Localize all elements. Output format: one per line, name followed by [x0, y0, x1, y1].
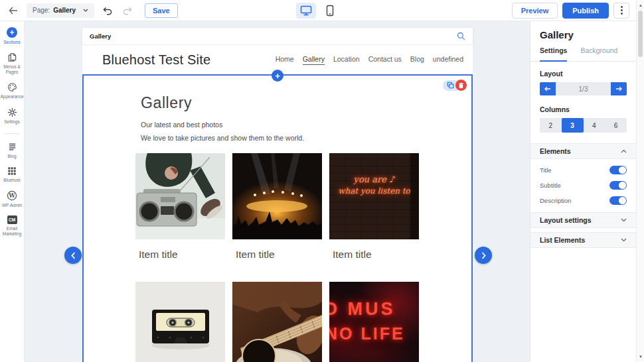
previous-section-button[interactable] [64, 247, 82, 264]
gallery-item[interactable]: you are ♪ what you listen to Item title [329, 153, 419, 282]
desktop-icon [300, 5, 312, 16]
page-selector-dropdown[interactable]: Page: Gallery [27, 3, 94, 18]
editor-canvas: Gallery Bluehost Test Site Home Gallery … [25, 21, 530, 362]
publish-button[interactable]: Publish [562, 3, 609, 19]
sidebar-item-sections[interactable]: + Sections [0, 27, 25, 45]
neon-text-line1: you are ♪ [329, 174, 419, 184]
columns-option-4[interactable]: 4 [584, 118, 605, 133]
title-toggle[interactable] [609, 166, 627, 174]
scroll-down-arrow[interactable]: ▼ [637, 353, 644, 361]
delete-section-button[interactable] [455, 80, 467, 91]
chevron-down-icon [83, 9, 88, 12]
panel-title: Gallery [530, 21, 636, 40]
grid-icon [7, 166, 17, 176]
neon-text-line2: what you listen to [329, 186, 419, 196]
gallery-item[interactable]: Item title [232, 153, 322, 282]
add-section-button[interactable]: + [272, 70, 283, 82]
sidebar-item-appearance[interactable]: Appearance [0, 82, 25, 99]
layout-settings-section-header[interactable]: Layout settings [530, 212, 636, 228]
mobile-view-button[interactable] [320, 3, 340, 19]
text-lines-icon [7, 142, 17, 152]
wordpress-icon: W [7, 190, 17, 201]
website-builder-app: Page: Gallery Save Preview Publish [0, 0, 644, 362]
photo-concert-crowd [232, 153, 322, 239]
sidebar-item-email-marketing[interactable]: CM Email Marketing [0, 215, 25, 237]
pages-icon [7, 52, 17, 62]
tab-background[interactable]: Background [580, 46, 617, 61]
gear-icon [7, 107, 17, 117]
photo-cassette-tape [135, 282, 225, 362]
toggle-row-description: Description [540, 193, 627, 208]
sidebar-item-blog[interactable]: Blog [0, 142, 25, 159]
photo-neon-sign: you are ♪ what you listen to [329, 153, 419, 239]
arrow-left-icon [544, 86, 551, 91]
chevron-left-icon [71, 252, 76, 259]
preview-page-bar: Gallery [82, 28, 473, 45]
sidebar-item-label: Email Marketing [0, 226, 25, 237]
sidebar-item-label: Bluehost [3, 178, 20, 183]
layout-next-button[interactable] [611, 82, 627, 95]
columns-option-6[interactable]: 6 [605, 118, 627, 133]
layout-value: 1/3 [556, 82, 611, 95]
next-section-button[interactable] [475, 247, 492, 264]
layout-previous-button[interactable] [540, 82, 556, 95]
tab-settings[interactable]: Settings [540, 46, 567, 62]
gallery-item-title[interactable]: Item title [329, 239, 419, 282]
sidebar-item-settings[interactable]: Settings [0, 107, 25, 125]
layout-label: Layout [540, 70, 627, 78]
description-toggle[interactable] [609, 196, 627, 205]
site-title[interactable]: Bluehost Test Site [102, 52, 276, 68]
sidebar-item-label: WP Admin [2, 203, 22, 208]
scroll-up-arrow[interactable]: ▲ [637, 1, 644, 9]
gallery-item[interactable]: O MUS NO LIFE [329, 282, 419, 362]
photo-neon-no-music-no-life: O MUS NO LIFE [329, 282, 419, 362]
gallery-item[interactable] [135, 282, 225, 362]
columns-selector: 2 3 4 6 [540, 118, 627, 133]
subtitle-toggle[interactable] [609, 181, 627, 190]
more-options-button[interactable] [613, 3, 629, 19]
columns-option-2[interactable]: 2 [540, 118, 562, 133]
back-button[interactable] [7, 4, 20, 17]
columns-option-3[interactable]: 3 [562, 118, 584, 133]
mobile-icon [326, 5, 334, 17]
selected-gallery-section[interactable]: + Gallery Our latest and best photos We … [82, 74, 473, 362]
preview-button[interactable]: Preview [512, 3, 558, 19]
sidebar-item-label: Sections [4, 40, 21, 45]
sidebar-divider [5, 133, 20, 134]
scrollbar-thumb[interactable] [638, 11, 643, 57]
chevron-right-icon [481, 252, 486, 259]
nav-item-undefined[interactable]: undefined [433, 55, 463, 65]
nav-item-location[interactable]: Location [333, 55, 360, 65]
save-button[interactable]: Save [145, 3, 178, 18]
sidebar-item-bluehost[interactable]: Bluehost [0, 166, 25, 183]
chevron-down-icon [621, 238, 627, 242]
gallery-section-content: Gallery Our latest and best photos We lo… [135, 94, 422, 362]
gallery-heading[interactable]: Gallery [141, 94, 422, 112]
gallery-item[interactable]: Item title [135, 153, 225, 282]
sidebar-item-menus-pages[interactable]: Menus & Pages [0, 52, 25, 75]
desktop-view-button[interactable] [296, 3, 316, 19]
gallery-description[interactable]: We love to take pictures and show them t… [141, 134, 422, 142]
list-elements-section-header[interactable]: List Elements [530, 232, 636, 248]
arrow-right-icon [615, 86, 622, 91]
nav-item-blog[interactable]: Blog [410, 55, 424, 65]
page-scrollbar[interactable]: ▲ ▼ [636, 0, 644, 362]
gallery-item[interactable] [232, 282, 322, 362]
elements-section-header[interactable]: Elements [530, 143, 636, 159]
neon-text-line1: O MUS [329, 299, 396, 320]
gallery-item-title[interactable]: Item title [135, 239, 225, 282]
gallery-grid: Item title [135, 153, 422, 362]
nav-item-gallery[interactable]: Gallery [303, 55, 325, 65]
nav-item-home[interactable]: Home [276, 55, 294, 65]
sidebar-item-wp-admin[interactable]: W WP Admin [0, 190, 25, 208]
search-icon[interactable] [457, 32, 465, 40]
nav-item-contact-us[interactable]: Contact us [368, 55, 402, 65]
toggle-row-title: Title [540, 162, 627, 178]
top-bar: Page: Gallery Save Preview Publish [0, 0, 636, 21]
gallery-subtitle[interactable]: Our latest and best photos [141, 121, 422, 129]
gallery-item-title[interactable]: Item title [232, 239, 322, 282]
sidebar-item-label: Appearance [0, 94, 23, 99]
redo-button[interactable] [121, 4, 134, 17]
undo-button[interactable] [101, 4, 114, 17]
kebab-menu-icon [621, 6, 623, 15]
